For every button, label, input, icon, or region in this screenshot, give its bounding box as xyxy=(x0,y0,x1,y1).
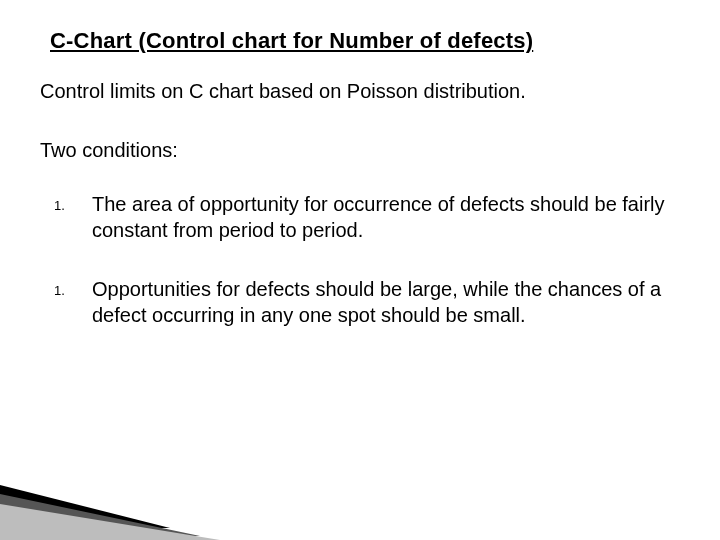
corner-decoration-icon xyxy=(0,470,220,540)
list-text: The area of opportunity for occurrence o… xyxy=(92,192,680,243)
list-text: Opportunities for defects should be larg… xyxy=(92,277,680,328)
list-item: 1. Opportunities for defects should be l… xyxy=(40,277,680,328)
list-marker: 1. xyxy=(40,277,92,298)
list-marker: 1. xyxy=(40,192,92,213)
slide-title: C-Chart (Control chart for Number of def… xyxy=(50,28,680,54)
intro-text: Control limits on C chart based on Poiss… xyxy=(40,80,680,103)
conditions-heading: Two conditions: xyxy=(40,139,680,162)
list-item: 1. The area of opportunity for occurrenc… xyxy=(40,192,680,243)
conditions-list: 1. The area of opportunity for occurrenc… xyxy=(40,192,680,328)
slide: C-Chart (Control chart for Number of def… xyxy=(0,0,720,540)
